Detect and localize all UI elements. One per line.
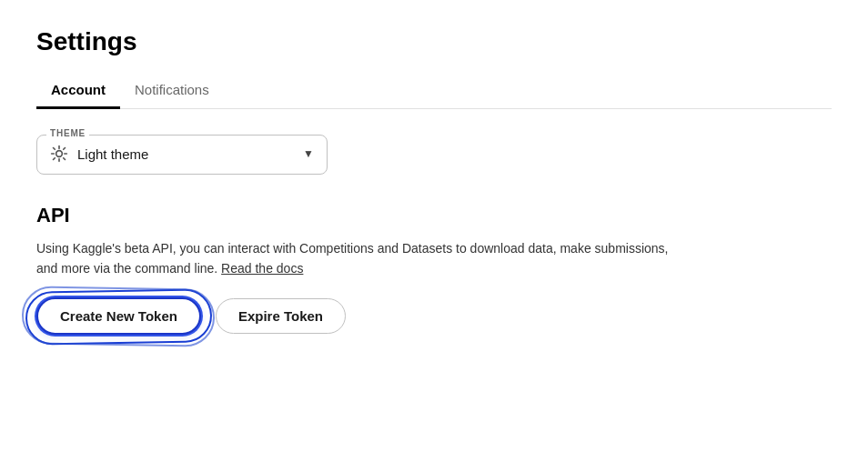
read-docs-link[interactable]: Read the docs [221, 261, 303, 276]
theme-value: Light theme [77, 146, 294, 162]
theme-section: THEME Light theme ▼ [36, 135, 832, 175]
api-title: API [36, 204, 832, 227]
tab-notifications[interactable]: Notifications [120, 73, 224, 109]
theme-field[interactable]: THEME Light theme ▼ [36, 135, 328, 175]
svg-line-5 [54, 148, 56, 150]
svg-line-8 [64, 148, 66, 150]
api-description-text: Using Kaggle's beta API, you can interac… [36, 241, 669, 276]
tab-account[interactable]: Account [36, 73, 120, 109]
svg-point-0 [56, 151, 63, 157]
theme-value-row: Light theme ▼ [50, 145, 314, 163]
tab-content: THEME Light theme ▼ [36, 109, 832, 335]
api-description: Using Kaggle's beta API, you can interac… [36, 238, 673, 279]
page-title: Settings [36, 27, 832, 56]
api-section: API Using Kaggle's beta API, you can int… [36, 204, 832, 335]
theme-label: THEME [46, 128, 89, 138]
svg-line-7 [54, 158, 56, 160]
tabs-bar: Account Notifications [36, 73, 832, 109]
svg-line-6 [64, 158, 66, 160]
chevron-down-icon: ▼ [303, 147, 314, 160]
expire-token-button[interactable]: Expire Token [216, 298, 346, 334]
create-token-button[interactable]: Create New Token [36, 297, 201, 335]
buttons-row: Create New Token Expire Token [36, 297, 832, 335]
sun-icon [50, 145, 68, 163]
create-token-wrapper: Create New Token [36, 297, 201, 335]
